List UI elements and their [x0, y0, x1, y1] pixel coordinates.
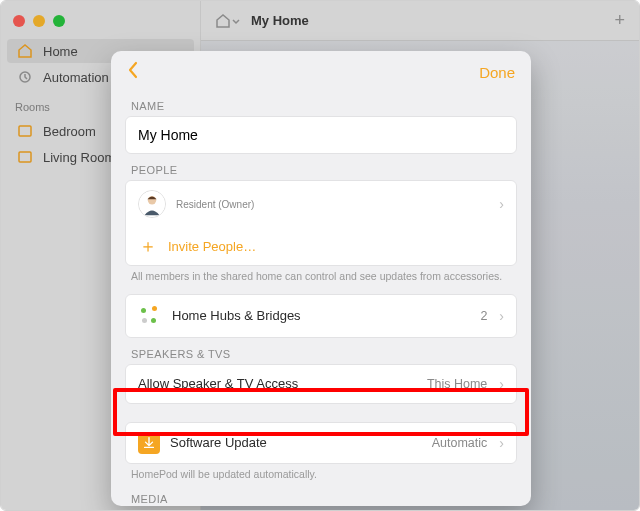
- plus-icon: ＋: [138, 236, 158, 256]
- resident-subtitle: Resident (Owner): [176, 199, 254, 210]
- section-label-speakers: SPEAKERS & TVS: [125, 338, 517, 364]
- people-card: Resident (Owner) › ＋ Invite People…: [125, 180, 517, 266]
- invite-people-button[interactable]: ＋ Invite People…: [126, 227, 516, 265]
- hubs-count: 2: [480, 309, 487, 323]
- speaker-access-row[interactable]: Allow Speaker & TV Access This Home ›: [126, 365, 516, 403]
- speaker-access-card: Allow Speaker & TV Access This Home ›: [125, 364, 517, 404]
- download-icon: [138, 432, 160, 454]
- hubs-label: Home Hubs & Bridges: [172, 308, 301, 323]
- back-button[interactable]: [127, 61, 139, 84]
- section-label-media: MEDIA: [125, 483, 517, 506]
- people-footnote: All members in the shared home can contr…: [125, 266, 517, 286]
- chevron-right-icon: ›: [499, 376, 504, 392]
- home-settings-sheet: Done NAME PEOPLE: [111, 51, 531, 506]
- software-update-value: Automatic: [432, 436, 488, 450]
- software-update-label: Software Update: [170, 435, 267, 450]
- name-card: [125, 116, 517, 154]
- sheet-body: NAME PEOPLE Resident (O: [111, 90, 531, 506]
- home-name-input[interactable]: [126, 117, 516, 153]
- done-button[interactable]: Done: [479, 64, 515, 81]
- hubs-card: Home Hubs & Bridges 2 ›: [125, 294, 517, 338]
- sheet-header: Done: [111, 51, 531, 90]
- hubs-icon: [138, 304, 162, 328]
- speaker-access-value: This Home: [427, 377, 487, 391]
- avatar: [138, 190, 166, 218]
- hubs-row[interactable]: Home Hubs & Bridges 2 ›: [126, 295, 516, 337]
- software-update-row[interactable]: Software Update Automatic ›: [126, 423, 516, 463]
- software-update-card: Software Update Automatic ›: [125, 422, 517, 464]
- section-label-people: PEOPLE: [125, 154, 517, 180]
- chevron-right-icon: ›: [499, 308, 504, 324]
- section-label-name: NAME: [125, 90, 517, 116]
- chevron-right-icon: ›: [499, 196, 504, 212]
- resident-row[interactable]: Resident (Owner) ›: [126, 181, 516, 227]
- chevron-right-icon: ›: [499, 435, 504, 451]
- app-window: Home Automation Rooms Bedroom Living Roo…: [0, 0, 640, 511]
- software-footnote: HomePod will be updated automatically.: [125, 464, 517, 484]
- speaker-access-label: Allow Speaker & TV Access: [138, 376, 298, 391]
- invite-label: Invite People…: [168, 239, 256, 254]
